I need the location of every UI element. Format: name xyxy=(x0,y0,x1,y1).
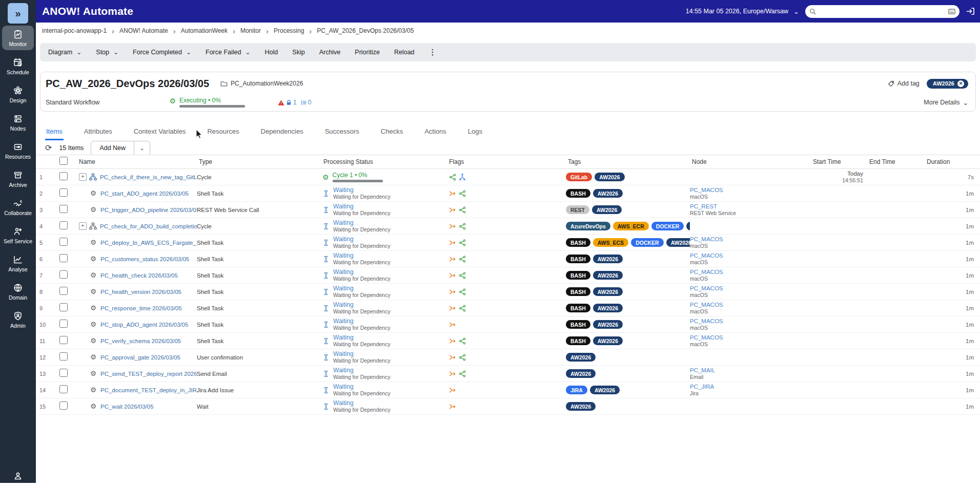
tab-attributes[interactable]: Attributes xyxy=(83,124,113,140)
row-checkbox[interactable] xyxy=(59,385,68,393)
node-link[interactable]: PC_MACOS xyxy=(690,252,809,259)
sidebar-item-archive[interactable]: Archive xyxy=(2,166,34,191)
row-checkbox[interactable] xyxy=(59,287,68,295)
row-checkbox[interactable] xyxy=(59,238,68,246)
item-name-link[interactable]: PC_document_TEST_deploy_in_JIRA 2 xyxy=(100,387,197,393)
row-checkbox[interactable] xyxy=(59,336,68,344)
sidebar-item-self-service[interactable]: Self Service xyxy=(2,223,34,247)
user-account-icon[interactable] xyxy=(0,471,36,481)
row-checkbox[interactable] xyxy=(59,303,68,311)
remove-tag-icon[interactable]: ✕ xyxy=(957,80,964,87)
column-header-processing-status[interactable]: Processing Status xyxy=(320,158,447,165)
node-link[interactable]: PC_JIRA xyxy=(690,384,809,390)
sidebar-item-design[interactable]: Design xyxy=(2,82,34,107)
item-name-link[interactable]: PC_health_version 2026/03/05 xyxy=(100,289,181,295)
node-link[interactable]: PC_MACOS xyxy=(690,187,809,194)
item-name-link[interactable]: PC_check_if_there_is_new_tag_GitLab xyxy=(100,174,197,180)
sidebar-item-analyse[interactable]: Analyse xyxy=(2,251,34,276)
tab-checks[interactable]: Checks xyxy=(380,124,404,140)
search-input[interactable] xyxy=(819,7,945,15)
breadcrumb-item[interactable]: PC_AW_2026_DevOps 2026/03/05 xyxy=(317,27,414,34)
column-header-node[interactable]: Node xyxy=(690,158,809,165)
toolbar-archive-button[interactable]: Archive xyxy=(319,49,341,56)
column-header-tags[interactable]: Tags xyxy=(566,158,690,165)
row-checkbox[interactable] xyxy=(59,221,68,229)
logout-icon[interactable] xyxy=(966,7,975,16)
status-label[interactable]: Waiting xyxy=(333,351,391,357)
status-label[interactable]: Waiting xyxy=(333,220,391,226)
tab-successors[interactable]: Successors xyxy=(324,124,360,140)
toolbar-stop-button[interactable]: Stop⌄ xyxy=(96,49,118,56)
node-link[interactable]: PC_MACOS xyxy=(690,269,809,276)
breadcrumb-item[interactable]: AutomationWeek xyxy=(181,27,228,34)
sidebar-item-domain[interactable]: Domain xyxy=(2,279,34,304)
column-header-type[interactable]: Type xyxy=(197,158,320,165)
breadcrumb-item[interactable]: Processing xyxy=(274,27,304,34)
status-label[interactable]: Waiting xyxy=(333,334,391,341)
tab-logs[interactable]: Logs xyxy=(467,124,483,140)
item-name-link[interactable]: PC_customers_status 2026/03/05 xyxy=(100,256,189,262)
row-checkbox[interactable] xyxy=(59,320,68,328)
row-checkbox[interactable] xyxy=(59,205,68,213)
item-name-link[interactable]: PC_stop_ADO_agent 2026/03/05 xyxy=(100,322,188,328)
sidebar-item-resources[interactable]: Resources xyxy=(2,138,34,163)
item-name-link[interactable]: PC_verify_schema 2026/03/05 xyxy=(100,338,181,344)
node-link[interactable]: PC_MACOS xyxy=(690,236,809,243)
row-checkbox[interactable] xyxy=(59,369,68,377)
status-label[interactable]: Waiting xyxy=(333,269,391,276)
item-name-link[interactable]: PC_wait 2026/03/05 xyxy=(100,404,154,410)
node-link[interactable]: PC_MACOS xyxy=(690,318,809,325)
toolbar-hold-button[interactable]: Hold xyxy=(265,49,278,56)
sidebar-item-admin[interactable]: Admin xyxy=(2,307,34,332)
column-header-start-time[interactable]: Start Time xyxy=(809,158,865,165)
tab-context-variables[interactable]: Context Variables xyxy=(133,124,187,140)
item-name-link[interactable]: PC_trigger_ADO_pipeline 2026/03/05 xyxy=(100,207,197,213)
breadcrumb-item[interactable]: Monitor xyxy=(240,27,261,34)
add-tag-button[interactable]: Add tag xyxy=(888,80,920,87)
row-checkbox[interactable] xyxy=(59,352,68,361)
chevron-down-icon[interactable]: ⌄ xyxy=(793,8,799,15)
more-details-button[interactable]: More Details⌄ xyxy=(924,99,968,107)
tab-resources[interactable]: Resources xyxy=(206,124,240,140)
tab-items[interactable]: Items xyxy=(45,124,64,140)
column-header-duration[interactable]: Duration xyxy=(923,158,980,165)
search-box[interactable] xyxy=(805,5,959,18)
status-label[interactable]: Waiting xyxy=(333,252,391,259)
status-label[interactable]: Waiting xyxy=(333,400,391,407)
toolbar-diagram-button[interactable]: Diagram⌄ xyxy=(48,49,81,56)
status-label[interactable]: Waiting xyxy=(333,318,391,325)
node-link[interactable]: PC_MACOS xyxy=(690,302,809,308)
status-label[interactable]: Waiting xyxy=(333,367,391,374)
workflow-folder[interactable]: PC_AutomationWeek2026 xyxy=(220,80,303,87)
select-all-checkbox[interactable] xyxy=(59,157,68,165)
item-name-link[interactable]: PC_check_for_ADO_build_completion xyxy=(100,223,197,229)
status-label[interactable]: Waiting xyxy=(333,302,391,308)
tab-actions[interactable]: Actions xyxy=(423,124,447,140)
sidebar-item-collaborate[interactable]: Collaborate xyxy=(2,195,34,219)
row-checkbox[interactable] xyxy=(59,188,68,197)
node-link[interactable]: PC_MACOS xyxy=(690,334,809,341)
expand-icon[interactable]: + xyxy=(79,173,87,181)
sidebar-item-monitor[interactable]: Monitor xyxy=(2,26,34,50)
row-checkbox[interactable] xyxy=(59,254,68,262)
node-link[interactable]: PC_MAIL xyxy=(690,367,809,374)
column-header-flags[interactable]: Flags xyxy=(447,158,566,165)
toolbar-reload-button[interactable]: Reload xyxy=(394,49,415,56)
add-new-dropdown[interactable]: ⌄ xyxy=(134,141,150,155)
status-label[interactable]: Waiting xyxy=(333,187,391,194)
toolbar-skip-button[interactable]: Skip xyxy=(292,49,304,56)
item-name-link[interactable]: PC_approval_gate 2026/03/05 xyxy=(100,354,180,361)
add-new-label[interactable]: Add New xyxy=(91,141,134,155)
toolbar-more-icon[interactable]: ⋮ xyxy=(429,48,437,57)
item-name-link[interactable]: PC_health_check 2026/03/05 xyxy=(100,272,178,279)
status-label[interactable]: Waiting xyxy=(333,203,391,210)
toolbar-force-completed-button[interactable]: Force Completed⌄ xyxy=(133,49,191,56)
row-checkbox[interactable] xyxy=(59,172,68,180)
sidebar-item-nodes[interactable]: Nodes xyxy=(2,110,34,135)
status-label[interactable]: Waiting xyxy=(333,236,391,243)
row-checkbox[interactable] xyxy=(59,401,68,410)
row-checkbox[interactable] xyxy=(59,270,68,279)
breadcrumb-item[interactable]: internal-poc-anowapp-1 xyxy=(42,27,107,34)
toolbar-force-failed-button[interactable]: Force Failed⌄ xyxy=(206,49,251,56)
item-name-link[interactable]: PC_send_TEST_deploy_report 2026/0 xyxy=(100,371,197,377)
